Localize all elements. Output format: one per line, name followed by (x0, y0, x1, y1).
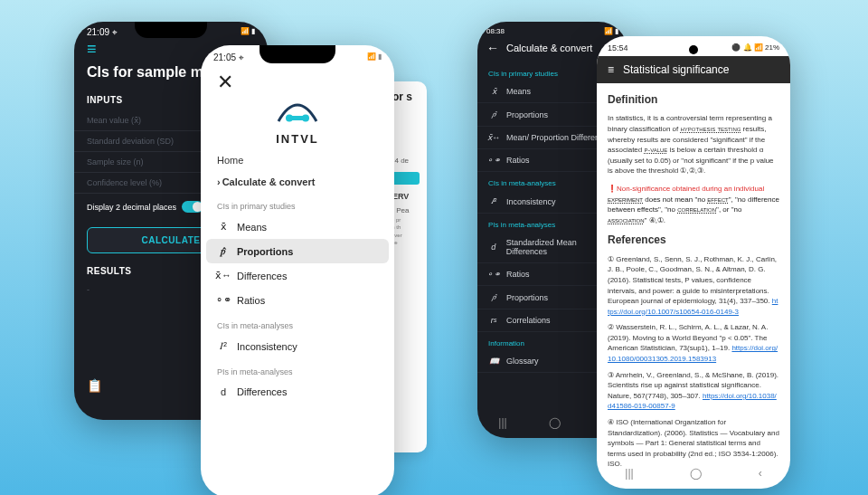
nav-inconsistency[interactable]: 𝐼²Inconsistency (201, 334, 394, 358)
diff2-icon: d (217, 386, 230, 397)
group-meta: CIs in meta-analyses (201, 312, 394, 334)
svg-point-2 (302, 115, 309, 122)
notch (259, 45, 335, 63)
status-time: 08:38 (486, 27, 505, 35)
status-time: 21:09 ⌖ (87, 27, 118, 38)
proportions-icon: 𝑝̂ (488, 109, 499, 119)
close-icon[interactable]: ✕ (201, 67, 394, 98)
differences-icon: x̄↔ (217, 270, 230, 281)
logo-text: INTVL (201, 132, 394, 146)
page-title: Calculate & convert (506, 43, 592, 53)
status-icons: 📶 ▮ (367, 52, 382, 63)
nav-differences[interactable]: x̄↔Differences (201, 263, 394, 288)
decimals-label: Display 2 decimal places (87, 203, 176, 212)
means-icon: x̄ (488, 87, 499, 96)
nav-ratios[interactable]: ⚬⚭Ratios (201, 288, 394, 312)
ratios-icon: ⚬⚭ (217, 294, 230, 306)
recents-icon[interactable]: ||| (498, 416, 506, 429)
clipboard-icon[interactable]: 📋 (87, 378, 102, 393)
status-time: 15:54 (608, 43, 628, 52)
calc-convert-link[interactable]: › Calculate & convert (201, 171, 394, 193)
page-title: Statistical significance (623, 63, 729, 76)
article-content: Definition In statistics, it is a contro… (597, 83, 790, 484)
title-bar: ≡ Statistical significance (597, 56, 790, 83)
group-primary: CIs in primary studies (201, 193, 394, 214)
nav-diff2[interactable]: dDifferences (201, 380, 394, 404)
references-heading: References (608, 233, 779, 248)
camera-punch (689, 45, 698, 54)
back-icon[interactable]: ← (486, 41, 499, 55)
warning-paragraph: ❗Non-significance obtained during an ind… (608, 184, 779, 225)
status-icons: 📶 ▮ (604, 27, 618, 35)
smd-icon: d (488, 243, 499, 252)
proportions-icon: 𝑝̂ (217, 245, 230, 257)
nav-means[interactable]: x̄Means (201, 214, 394, 239)
phone-light-significance: 15:54 ⚫ 🔔 📶 21% ≡ Statistical significan… (597, 36, 790, 489)
chevron-right-icon: › (217, 176, 221, 187)
status-bar: 08:38 📶 ▮ (477, 22, 627, 37)
proportions2-icon: 𝑝̂ (488, 292, 499, 302)
back-nav-icon[interactable]: ‹ (759, 467, 762, 480)
inconsistency-icon: 𝐼² (488, 196, 499, 206)
home-link[interactable]: Home (201, 149, 394, 171)
corr-icon: rs (488, 316, 499, 325)
glossary-icon: 📖 (488, 357, 499, 366)
ratios-icon: ⚬⚭ (488, 156, 499, 165)
logo-icon (277, 103, 318, 127)
home-icon[interactable]: ◯ (549, 416, 561, 429)
menu-icon[interactable]: ≡ (608, 63, 614, 76)
definition-heading: Definition (608, 92, 779, 108)
home-icon[interactable]: ◯ (690, 467, 702, 480)
ratios2-icon: ⚬⚭ (488, 270, 499, 279)
phone-light-drawer: 21:05 ⌖ 📶 ▮ ✕ INTVL Home › Calculate & c… (201, 45, 394, 495)
group-pmeta: PIs in meta-analyses (201, 358, 394, 380)
status-time: 21:05 ⌖ (213, 52, 244, 63)
recents-icon[interactable]: ||| (625, 467, 633, 480)
inconsistency-icon: 𝐼² (217, 340, 230, 352)
status-icons: 📶 ▮ (241, 27, 255, 38)
notch (135, 22, 207, 38)
android-navbar: ||| ◯ ‹ (597, 463, 790, 483)
diff-icon: x̄↔ (488, 133, 499, 142)
svg-point-1 (286, 115, 293, 122)
references-list: ① Greenland, S., Senn, S. J., Rothman, K… (608, 254, 779, 470)
means-icon: x̄ (217, 221, 230, 233)
nav-proportions[interactable]: 𝑝̂Proportions (206, 239, 389, 263)
app-logo: INTVL (201, 98, 394, 149)
definition-paragraph: In statistics, it is a controversial ter… (608, 113, 779, 176)
status-icons: ⚫ 🔔 📶 21% (731, 43, 779, 52)
